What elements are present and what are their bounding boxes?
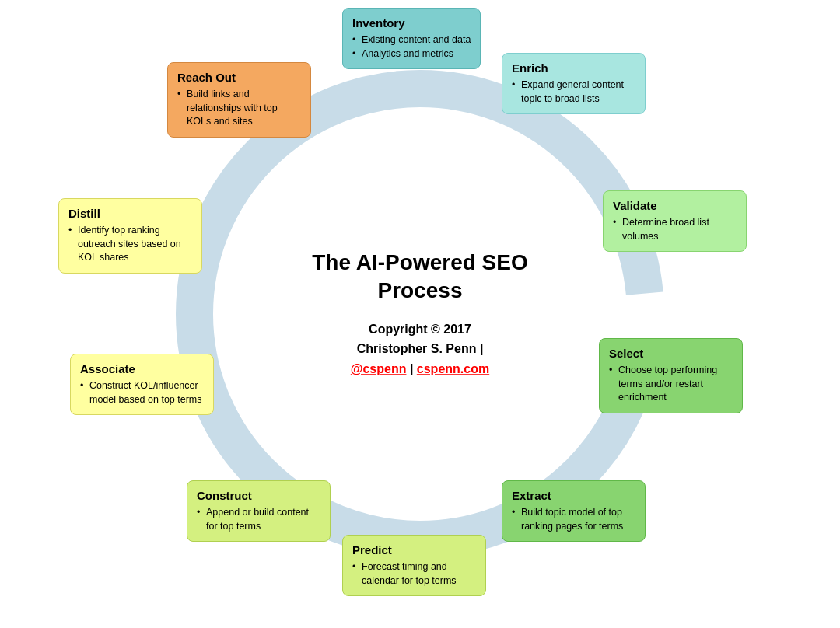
center-content: The AI-Powered SEO Process Copyright © 2… [303,249,537,379]
box-inventory: Inventory Existing content and data Anal… [342,8,481,69]
box-select: Select Choose top performing terms and/o… [599,338,743,413]
main-canvas: The AI-Powered SEO Process Copyright © 2… [0,0,840,628]
reachout-bullets: Build links and relationships with top K… [177,88,301,129]
box-predict: Predict Forecast timing and calendar for… [342,535,486,596]
box-enrich: Enrich Expand general content topic to b… [502,53,646,114]
box-reachout: Reach Out Build links and relationships … [167,62,311,138]
box-validate: Validate Determine broad list volumes [603,190,747,252]
box-distill: Distill Identify top ranking outreach si… [58,198,202,274]
extract-bullets: Build topic model of top ranking pages f… [512,506,635,533]
box-construct: Construct Append or build content for to… [187,480,331,542]
box-associate: Associate Construct KOL/influencer model… [70,354,214,415]
associate-bullets: Construct KOL/influencer model based on … [80,379,204,406]
validate-bullets: Determine broad list volumes [613,216,737,243]
copyright-links: @cspenn | cspenn.com [351,362,489,375]
copyright-text: Copyright © 2017 Christopher S. Penn | @… [303,319,537,379]
construct-bullets: Append or build content for top terms [197,506,320,533]
enrich-bullets: Expand general content topic to broad li… [512,78,635,106]
select-bullets: Choose top performing terms and/or resta… [609,364,733,405]
box-extract: Extract Build topic model of top ranking… [502,480,646,542]
distill-bullets: Identify top ranking outreach sites base… [68,224,192,265]
main-title: The AI-Powered SEO Process [303,249,537,305]
predict-bullets: Forecast timing and calendar for top ter… [352,560,476,588]
inventory-bullets: Existing content and data Analytics and … [352,33,471,61]
